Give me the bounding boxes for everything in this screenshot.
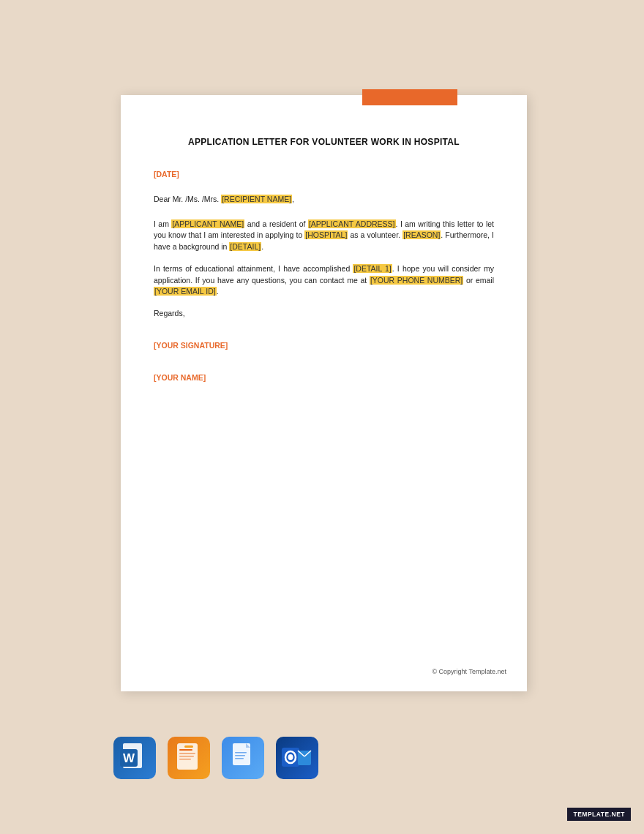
date-field: [DATE] (154, 169, 494, 181)
outlook-icon-svg (280, 742, 314, 774)
letter-content: APPLICATION LETTER FOR VOLUNTEER WORK IN… (121, 95, 527, 405)
pages-icon-svg (173, 742, 204, 774)
pages-icon[interactable] (168, 737, 210, 779)
body-paragraph-2: In terms of educational attainment, I ha… (154, 263, 494, 298)
docs-icon-svg (228, 742, 258, 774)
word-icon-svg: W (120, 742, 149, 774)
recipient-name-placeholder: [RECIPIENT NAME] (221, 195, 292, 203)
template-badge-text: TEMPLATE.NET (573, 811, 625, 818)
letter-title: APPLICATION LETTER FOR VOLUNTEER WORK IN… (154, 135, 494, 149)
svg-rect-7 (179, 759, 191, 760)
salutation: Dear Mr. /Ms. /Mrs. [RECIPIENT NAME], (154, 194, 494, 206)
hospital-placeholder: [HOSPITAL] (304, 230, 348, 239)
svg-point-16 (288, 754, 293, 760)
applicant-name-placeholder: [APPLICANT NAME] (171, 219, 244, 228)
regards-text: Regards, (154, 308, 494, 320)
docs-icon[interactable] (222, 737, 264, 779)
email-placeholder: [YOUR EMAIL ID] (154, 287, 217, 296)
outlook-icon[interactable] (276, 737, 318, 779)
svg-rect-6 (179, 756, 194, 757)
svg-rect-13 (235, 758, 244, 759)
phone-placeholder: [YOUR PHONE NUMBER] (370, 276, 463, 285)
word-icon[interactable]: W (113, 737, 156, 779)
svg-rect-8 (184, 745, 193, 748)
orange-accent-bar (362, 89, 457, 105)
applicant-address-placeholder: [APPLICANT ADDRESS] (308, 219, 396, 228)
footer-copyright: © Copyright Template.net (432, 668, 506, 675)
detail-placeholder: [DETAIL] (229, 242, 261, 251)
svg-rect-5 (179, 753, 195, 754)
signature-placeholder: [YOUR SIGNATURE] (154, 340, 494, 352)
name-placeholder: [YOUR NAME] (154, 372, 494, 384)
document-page: APPLICATION LETTER FOR VOLUNTEER WORK IN… (121, 95, 527, 691)
svg-rect-11 (235, 752, 247, 754)
svg-rect-4 (179, 749, 192, 751)
body-paragraph-1: I am [APPLICANT NAME] and a resident of … (154, 219, 494, 253)
template-badge: TEMPLATE.NET (567, 808, 631, 821)
detail1-placeholder: [DETAIL 1] (353, 264, 392, 273)
reason-placeholder: [REASON] (402, 230, 441, 239)
app-icons-bar: W (113, 737, 318, 779)
svg-text:W: W (123, 751, 135, 765)
svg-rect-12 (235, 755, 245, 756)
